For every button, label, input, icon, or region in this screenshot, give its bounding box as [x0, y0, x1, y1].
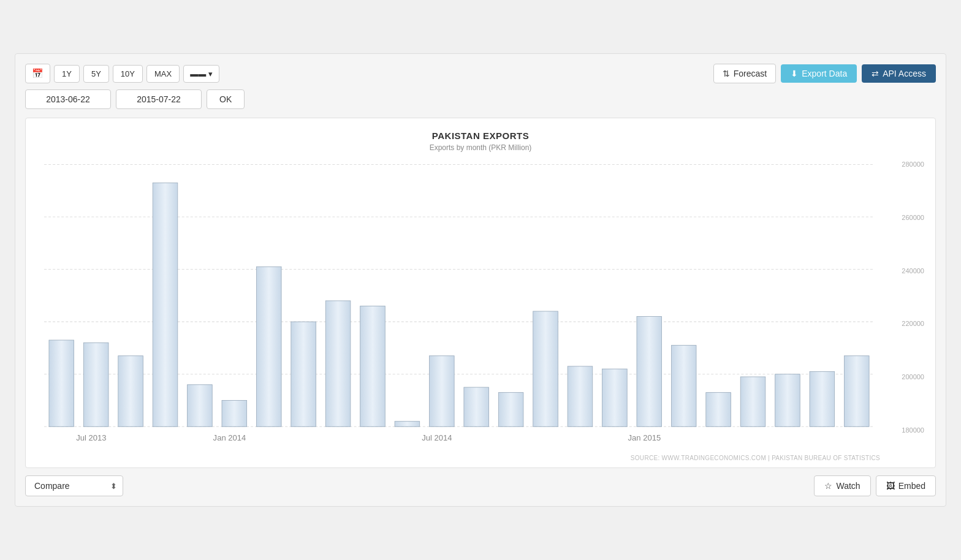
- embed-button[interactable]: 🖼 Embed: [876, 475, 936, 496]
- svg-rect-16: [395, 422, 420, 427]
- chart-type-button[interactable]: ▬▬ ▾: [183, 65, 219, 83]
- embed-icon: 🖼: [886, 481, 895, 491]
- toolbar: 📅 1Y 5Y 10Y MAX ▬▬ ▾ ⇅ Forecast ⬇ Export…: [25, 64, 936, 83]
- forecast-arrows-icon: ⇅: [723, 69, 730, 78]
- chart-bar-icon: ▬▬: [190, 69, 206, 78]
- y-axis-right: 280000 260000 240000 220000 200000 18000…: [880, 158, 929, 452]
- svg-rect-20: [533, 311, 558, 426]
- svg-rect-21: [568, 366, 593, 426]
- svg-rect-8: [118, 356, 143, 427]
- api-icon: ⇄: [872, 69, 879, 78]
- bottom-right-buttons: ☆ Watch 🖼 Embed: [814, 475, 936, 496]
- svg-rect-7: [83, 342, 108, 426]
- svg-text:Jan 2015: Jan 2015: [628, 433, 661, 442]
- calendar-button[interactable]: 📅: [25, 64, 50, 83]
- chart-wrapper: Jul 2013Jan 2014Jul 2014Jan 2015 280000 …: [32, 158, 929, 452]
- svg-text:Jul 2014: Jul 2014: [422, 433, 452, 442]
- svg-rect-18: [464, 387, 489, 426]
- watch-label: Watch: [836, 481, 860, 491]
- start-date-input[interactable]: [25, 89, 111, 109]
- y-label-240000: 240000: [880, 267, 929, 274]
- main-container: 📅 1Y 5Y 10Y MAX ▬▬ ▾ ⇅ Forecast ⬇ Export…: [15, 53, 946, 507]
- svg-rect-14: [325, 301, 351, 426]
- y-label-280000: 280000: [880, 161, 929, 168]
- btn-1y[interactable]: 1Y: [54, 65, 80, 83]
- btn-max[interactable]: MAX: [146, 65, 180, 83]
- source-text: SOURCE: WWW.TRADINGECONOMICS.COM | PAKIS…: [32, 455, 929, 461]
- compare-select[interactable]: Compare: [25, 475, 123, 496]
- chart-title: PAKISTAN EXPORTS: [32, 131, 929, 141]
- svg-rect-28: [810, 371, 835, 426]
- svg-rect-10: [188, 385, 213, 426]
- svg-rect-15: [360, 306, 386, 426]
- y-label-200000: 200000: [880, 373, 929, 380]
- end-date-input[interactable]: [116, 89, 202, 109]
- watch-button[interactable]: ☆ Watch: [814, 475, 870, 496]
- svg-text:Jan 2014: Jan 2014: [213, 433, 246, 442]
- svg-rect-25: [706, 393, 731, 427]
- toolbar-right: ⇅ Forecast ⬇ Export Data ⇄ API Access: [713, 64, 936, 83]
- embed-label: Embed: [898, 481, 925, 491]
- bars-chart: Jul 2013Jan 2014Jul 2014Jan 2015: [32, 158, 880, 452]
- download-icon: ⬇: [791, 69, 798, 78]
- svg-rect-12: [256, 267, 281, 426]
- api-access-button[interactable]: ⇄ API Access: [862, 64, 936, 83]
- y-label-180000: 180000: [880, 426, 929, 434]
- ok-button[interactable]: OK: [207, 89, 245, 109]
- chart-subtitle: Exports by month (PKR Million): [32, 143, 929, 152]
- star-icon: ☆: [824, 481, 832, 491]
- compare-select-wrapper: Compare ⬍: [25, 475, 123, 496]
- svg-rect-22: [602, 369, 628, 426]
- svg-rect-9: [153, 183, 178, 426]
- calendar-icon: 📅: [32, 68, 44, 78]
- btn-5y[interactable]: 5Y: [83, 65, 109, 83]
- svg-rect-27: [775, 374, 800, 427]
- bottom-bar: Compare ⬍ ☆ Watch 🖼 Embed: [25, 475, 936, 496]
- btn-10y[interactable]: 10Y: [113, 65, 143, 83]
- svg-rect-29: [844, 356, 869, 427]
- forecast-button[interactable]: ⇅ Forecast: [713, 64, 776, 83]
- y-label-260000: 260000: [880, 214, 929, 221]
- chart-area: PAKISTAN EXPORTS Exports by month (PKR M…: [25, 118, 936, 468]
- toolbar-left: 📅 1Y 5Y 10Y MAX ▬▬ ▾: [25, 64, 219, 83]
- api-label: API Access: [883, 69, 926, 78]
- chart-inner: Jul 2013Jan 2014Jul 2014Jan 2015: [32, 158, 880, 452]
- svg-rect-19: [498, 393, 523, 427]
- svg-rect-13: [291, 322, 316, 426]
- svg-rect-23: [637, 317, 662, 427]
- export-label: Export Data: [802, 69, 847, 78]
- y-label-220000: 220000: [880, 320, 929, 327]
- svg-text:Jul 2013: Jul 2013: [76, 433, 106, 442]
- date-row: OK: [25, 89, 936, 109]
- svg-rect-26: [740, 377, 765, 426]
- svg-rect-24: [671, 346, 696, 427]
- svg-rect-6: [49, 340, 74, 426]
- forecast-label: Forecast: [734, 69, 767, 78]
- chevron-down-icon: ▾: [208, 69, 213, 78]
- svg-rect-11: [222, 400, 247, 426]
- svg-rect-17: [429, 356, 454, 427]
- export-data-button[interactable]: ⬇ Export Data: [781, 64, 857, 83]
